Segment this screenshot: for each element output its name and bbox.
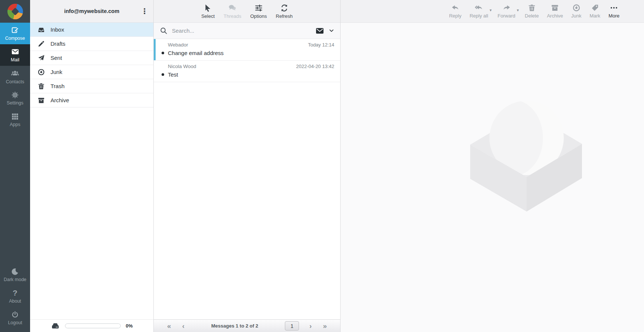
message-date: Today 12:14 (308, 42, 334, 48)
more-dots-icon (610, 4, 618, 12)
button-label: Reply (449, 13, 461, 19)
pagination-summary: Messages 1 to 2 of 2 (185, 323, 285, 329)
folder-pane: info@mywebsite.com ⋮ Inbox Drafts Sent J… (30, 0, 154, 332)
storage-progress-bar (65, 323, 121, 328)
button-label: Forward (498, 13, 515, 19)
message-subject: Change email address (168, 50, 224, 56)
last-page-button[interactable]: » (323, 322, 327, 329)
sidebar-item-label: Logout (8, 320, 22, 325)
first-page-button[interactable]: « (167, 322, 171, 329)
button-label: Select (201, 13, 215, 19)
sidebar-item-mail[interactable]: Mail (0, 44, 30, 66)
disk-icon (51, 322, 60, 331)
select-button[interactable]: Select (200, 4, 216, 19)
message-row[interactable]: Nicola Wood 2022-04-20 13:42 Test (154, 61, 340, 82)
unread-indicator-dot (162, 52, 164, 54)
threads-button[interactable]: Threads (222, 4, 243, 19)
search-icon (160, 27, 167, 35)
message-date: 2022-04-20 13:42 (296, 64, 334, 69)
refresh-button[interactable]: Refresh (274, 4, 295, 19)
sidebar-item-about[interactable]: ? About (0, 286, 30, 307)
archive-icon (38, 97, 45, 104)
account-email: info@mywebsite.com (64, 8, 120, 14)
folder-label: Archive (51, 97, 69, 103)
reply-all-button[interactable]: Reply all (466, 4, 491, 19)
webmail-app: Compose Mail Contacts Settings Apps Dark… (0, 0, 644, 332)
message-subject: Test (168, 71, 178, 78)
inbox-icon (38, 26, 45, 33)
message-list-pane: Select Threads Options Refresh (154, 0, 341, 332)
unread-indicator-dot (162, 73, 164, 76)
pagination-bar: « ‹ Messages 1 to 2 of 2 1 › » (154, 319, 340, 332)
tag-icon (591, 4, 599, 12)
trash-icon (38, 83, 45, 90)
page-number-input[interactable]: 1 (285, 321, 299, 331)
archive-icon (551, 4, 559, 12)
button-label: Delete (525, 13, 539, 19)
folder-label: Trash (51, 83, 65, 89)
sidebar-item-logout[interactable]: Logout (0, 307, 30, 329)
moon-icon (11, 268, 19, 275)
sidebar-item-settings[interactable]: Settings (0, 87, 30, 109)
delete-button[interactable]: Delete (522, 4, 542, 19)
account-header: info@mywebsite.com ⋮ (30, 0, 153, 23)
webador-cube-logo-watermark (470, 99, 582, 212)
folder-label: Junk (51, 69, 62, 75)
message-row[interactable]: Webador Today 12:14 Change email address (154, 39, 340, 61)
paper-plane-icon (38, 54, 45, 62)
mark-button[interactable]: Mark (586, 4, 603, 19)
reply-icon (451, 4, 459, 12)
button-label: Refresh (276, 13, 293, 19)
trash-icon (528, 4, 536, 12)
pencil-icon (38, 40, 45, 48)
sidebar-item-compose[interactable]: Compose (0, 23, 30, 44)
forward-dropdown-caret-icon[interactable]: ▾ (517, 8, 519, 13)
message-toolbar: Select Threads Options Refresh (154, 0, 340, 23)
options-button[interactable]: Options (249, 4, 269, 19)
message-sender: Webador (168, 42, 188, 48)
apps-grid-icon (11, 113, 19, 120)
folder-item-junk[interactable]: Junk (30, 65, 153, 79)
message-sender: Nicola Wood (168, 64, 196, 69)
power-icon (11, 311, 19, 319)
junk-button[interactable]: Junk (568, 4, 584, 19)
reply-all-icon (475, 4, 483, 12)
flame-icon (38, 68, 45, 76)
folder-item-drafts[interactable]: Drafts (30, 37, 153, 51)
chevron-down-icon[interactable] (329, 28, 334, 33)
button-label: Reply all (469, 13, 488, 19)
forward-button[interactable]: Forward (495, 4, 518, 19)
threads-icon (228, 4, 237, 12)
folder-item-trash[interactable]: Trash (30, 79, 153, 93)
reply-all-dropdown-caret-icon[interactable]: ▾ (489, 8, 492, 13)
folder-item-sent[interactable]: Sent (30, 51, 153, 65)
sidebar-item-label: Mail (11, 57, 19, 62)
button-label: Threads (224, 13, 241, 19)
button-label: Junk (571, 13, 581, 19)
folder-item-inbox[interactable]: Inbox (30, 23, 153, 37)
more-button[interactable]: More (605, 4, 622, 19)
button-label: Archive (547, 13, 563, 19)
next-page-button[interactable]: › (309, 322, 312, 329)
sidebar-item-label: Contacts (6, 79, 24, 84)
button-label: Options (250, 13, 267, 19)
content-pane: Reply Reply all ▾ Forward ▾ Delete (341, 0, 644, 332)
sidebar-item-dark-mode[interactable]: Dark mode (0, 264, 30, 286)
flame-icon (572, 4, 580, 12)
folder-item-archive[interactable]: Archive (30, 93, 153, 107)
reply-button[interactable]: Reply (446, 4, 464, 19)
contacts-icon (11, 69, 19, 78)
kebab-menu-icon[interactable]: ⋮ (141, 7, 148, 15)
button-label: Mark (589, 13, 600, 19)
archive-button[interactable]: Archive (544, 4, 566, 19)
sidebar-item-apps[interactable]: Apps (0, 109, 30, 130)
folder-list: Inbox Drafts Sent Junk Trash Archive (30, 23, 153, 319)
search-scope-envelope-icon[interactable] (315, 26, 324, 35)
content-toolbar: Reply Reply all ▾ Forward ▾ Delete (341, 0, 644, 23)
search-bar (154, 23, 340, 39)
compose-icon (11, 26, 19, 34)
search-input[interactable] (172, 28, 311, 34)
app-logo[interactable] (0, 0, 30, 23)
sidebar-item-contacts[interactable]: Contacts (0, 66, 30, 87)
app-sidebar: Compose Mail Contacts Settings Apps Dark… (0, 0, 30, 332)
